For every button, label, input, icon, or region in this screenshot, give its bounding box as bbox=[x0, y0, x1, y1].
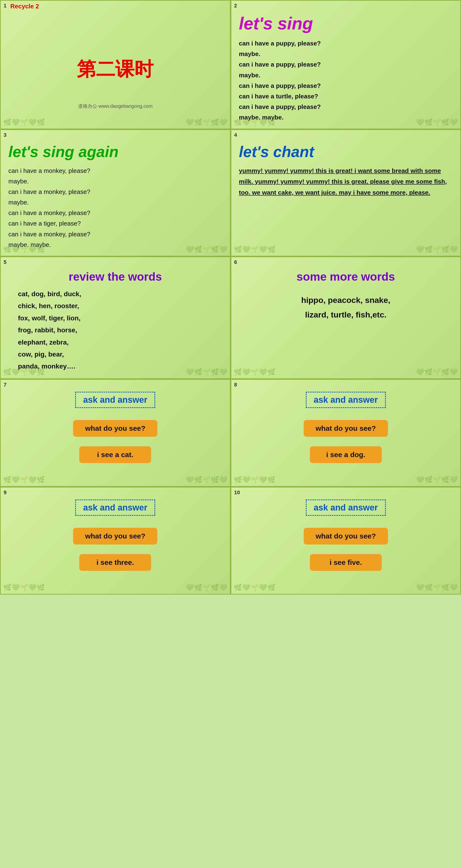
slide2-lyrics: can i have a puppy, please? maybe. can i… bbox=[239, 38, 453, 123]
slide3-lyrics: can i have a monkey, please? maybe. can … bbox=[8, 165, 222, 250]
ask-answer-label-9: ask and answer bbox=[75, 499, 155, 516]
recycle-label: Recycle 2 bbox=[10, 3, 39, 10]
slide-2: 2 let's sing can i have a puppy, please?… bbox=[230, 0, 461, 129]
more-words: hippo, peacock, snake, lizard, turtle, f… bbox=[239, 293, 453, 322]
question-button-8[interactable]: what do you see? bbox=[304, 420, 388, 437]
slide-1: 1 Recycle 2 第二课时 道格办公-www.daogebangong.c… bbox=[0, 0, 230, 129]
slide-number-4: 4 bbox=[234, 132, 237, 138]
slide-number-3: 3 bbox=[4, 132, 6, 138]
slide-3: 3 let's sing again can i have a monkey, … bbox=[0, 129, 230, 257]
slide-9: 9 ask and answer what do you see? i see … bbox=[0, 487, 230, 594]
slide-6: 6 some more words hippo, peacock, snake,… bbox=[230, 256, 461, 379]
slide-8: 8 ask and answer what do you see? i see … bbox=[230, 379, 461, 487]
slide-10: 10 ask and answer what do you see? i see… bbox=[230, 487, 461, 594]
answer-button-7[interactable]: i see a cat. bbox=[79, 446, 151, 463]
slide-number-6: 6 bbox=[234, 259, 237, 265]
lets-sing-again-title: let's sing again bbox=[8, 143, 222, 161]
review-title: review the words bbox=[8, 270, 222, 283]
ask-answer-label-8: ask and answer bbox=[306, 392, 386, 408]
question-button-10[interactable]: what do you see? bbox=[304, 528, 388, 545]
slide-number-7: 7 bbox=[4, 382, 6, 388]
slide-5: 5 review the words cat, dog, bird, duck,… bbox=[0, 256, 230, 379]
chinese-title: 第二课时 bbox=[77, 57, 154, 82]
slide-number-10: 10 bbox=[234, 490, 240, 496]
slide-number-9: 9 bbox=[4, 490, 6, 496]
slide-number-1: 1 bbox=[4, 3, 6, 9]
slide-number-2: 2 bbox=[234, 3, 237, 9]
review-words: cat, dog, bird, duck, chick, hen, rooste… bbox=[8, 288, 222, 373]
answer-button-8[interactable]: i see a dog. bbox=[310, 446, 382, 463]
ask-answer-label-10: ask and answer bbox=[306, 499, 386, 516]
website-label: 道格办公-www.daogebangong.com bbox=[78, 103, 153, 110]
slide-4: 4 let's chant yummy! yummy! yummy! this … bbox=[230, 129, 461, 257]
question-button-9[interactable]: what do you see? bbox=[73, 528, 157, 545]
lets-chant-title: let's chant bbox=[239, 143, 453, 161]
lets-sing-title: let's sing bbox=[239, 14, 453, 33]
question-button-7[interactable]: what do you see? bbox=[73, 420, 157, 437]
slide-number-8: 8 bbox=[234, 382, 237, 388]
slide-number-5: 5 bbox=[4, 259, 6, 265]
some-more-title: some more words bbox=[239, 270, 453, 283]
chant-text: yummy! yummy! yummy! this is great! i wa… bbox=[239, 165, 453, 198]
answer-button-10[interactable]: i see five. bbox=[310, 554, 382, 571]
answer-button-9[interactable]: i see three. bbox=[79, 554, 151, 571]
slide-grid: 1 Recycle 2 第二课时 道格办公-www.daogebangong.c… bbox=[0, 0, 461, 594]
ask-answer-label-7: ask and answer bbox=[75, 392, 155, 408]
slide-7: 7 ask and answer what do you see? i see … bbox=[0, 379, 230, 487]
